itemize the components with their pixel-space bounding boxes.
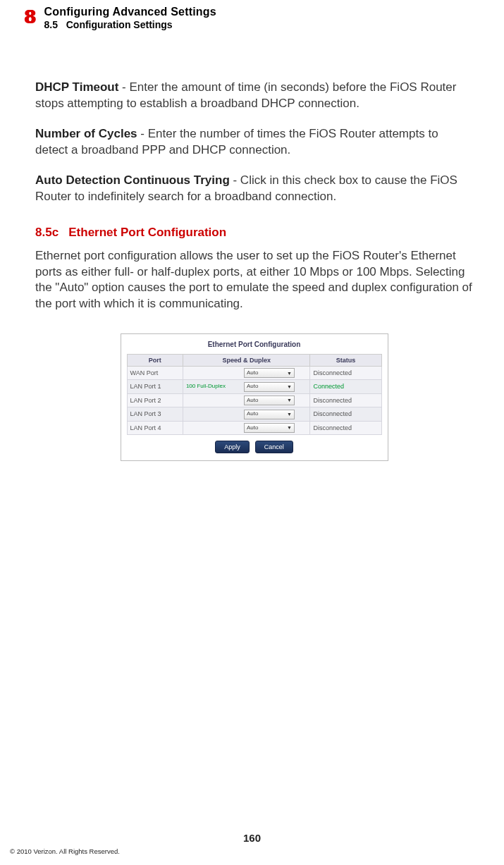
figure-buttons: Apply Cancel (127, 441, 382, 453)
speed-duplex-dropdown[interactable]: Auto▼ (244, 382, 295, 392)
port-cell: LAN Port 4 (127, 421, 183, 434)
ethernet-port-config-figure: Ethernet Port Configuration Port Speed &… (121, 333, 388, 461)
subsection-body: Ethernet port configuration allows the u… (35, 248, 473, 313)
chevron-down-icon: ▼ (287, 397, 292, 403)
term: Number of Cycles (35, 127, 137, 140)
status-cell: Disconnected (310, 366, 381, 379)
subsection-heading: 8.5c Ethernet Port Configuration (35, 225, 473, 241)
dropdown-value: Auto (247, 424, 258, 432)
dropdown-value: Auto (247, 410, 258, 418)
dropdown-value: Auto (247, 397, 258, 405)
content-area: DHCP Timeout - Enter the amount of time … (0, 30, 504, 461)
table-row: LAN Port 2Auto▼Disconnected (127, 393, 381, 407)
term: DHCP Timeout (35, 80, 118, 94)
paragraph-number-of-cycles: Number of Cycles - Enter the number of t… (35, 126, 473, 159)
status-cell: Disconnected (310, 421, 381, 434)
chevron-down-icon: ▼ (287, 411, 292, 417)
chevron-down-icon: ▼ (287, 370, 292, 376)
chevron-down-icon: ▼ (287, 424, 292, 431)
chapter-number: 8 (25, 6, 36, 27)
col-speed: Speed & Duplex (183, 354, 310, 366)
chevron-down-icon: ▼ (287, 384, 292, 390)
section-name: Configuration Settings (66, 19, 173, 30)
table-row: LAN Port 3Auto▼Disconnected (127, 407, 381, 421)
table-row: WAN PortAuto▼Disconnected (127, 366, 381, 379)
subsection-title: Ethernet Port Configuration (68, 226, 226, 239)
term: Auto Detection Continuous Trying (35, 173, 230, 187)
port-cell: WAN Port (127, 366, 183, 379)
chapter-title: Configuring Advanced Settings (44, 6, 216, 18)
page-header: 8 Configuring Advanced Settings 8.5 Conf… (0, 0, 504, 30)
col-port: Port (127, 354, 183, 366)
speed-cell: Auto▼ (183, 421, 310, 434)
page-number: 160 (0, 832, 504, 844)
speed-note: 100 Full-Duplex (186, 383, 244, 391)
copyright: © 2010 Verizon. All Rights Reserved. (10, 847, 120, 855)
speed-duplex-dropdown[interactable]: Auto▼ (244, 410, 295, 419)
status-cell: Disconnected (310, 393, 381, 407)
section-title: 8.5 Configuration Settings (44, 19, 216, 30)
port-cell: LAN Port 2 (127, 393, 183, 407)
port-cell: LAN Port 1 (127, 380, 183, 393)
port-cell: LAN Port 3 (127, 407, 183, 421)
dropdown-value: Auto (247, 369, 258, 377)
col-status: Status (310, 354, 381, 366)
speed-duplex-dropdown[interactable]: Auto▼ (244, 368, 295, 378)
speed-cell: Auto▼ (183, 393, 310, 407)
status-cell: Disconnected (310, 407, 381, 421)
speed-cell: Auto▼ (183, 407, 310, 421)
subsection-number: 8.5c (35, 226, 59, 239)
speed-cell: 100 Full-DuplexAuto▼ (183, 380, 310, 393)
dropdown-value: Auto (247, 383, 258, 391)
figure-table: Port Speed & Duplex Status WAN PortAuto▼… (127, 354, 382, 435)
figure-wrapper: Ethernet Port Configuration Port Speed &… (35, 333, 473, 461)
speed-cell: Auto▼ (183, 366, 310, 379)
section-number: 8.5 (44, 19, 58, 30)
paragraph-auto-detection: Auto Detection Continuous Trying - Click… (35, 173, 473, 205)
apply-button[interactable]: Apply (215, 441, 250, 453)
cancel-button[interactable]: Cancel (255, 441, 293, 453)
speed-duplex-dropdown[interactable]: Auto▼ (244, 423, 295, 433)
table-row: LAN Port 4Auto▼Disconnected (127, 421, 381, 434)
speed-duplex-dropdown[interactable]: Auto▼ (244, 395, 295, 405)
paragraph-dhcp-timeout: DHCP Timeout - Enter the amount of time … (35, 80, 473, 112)
status-cell: Connected (310, 380, 381, 393)
table-row: LAN Port 1100 Full-DuplexAuto▼Connected (127, 380, 381, 393)
table-header-row: Port Speed & Duplex Status (127, 354, 381, 366)
header-titles: Configuring Advanced Settings 8.5 Config… (44, 6, 216, 30)
figure-title: Ethernet Port Configuration (127, 340, 382, 350)
